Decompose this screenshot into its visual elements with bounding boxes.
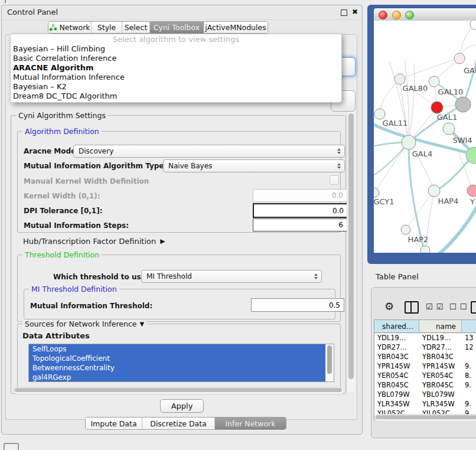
deselect-all-columns-icon[interactable]: ☐ ☐ <box>449 302 467 311</box>
tab-jactivemnodules[interactable]: jActiveMNodules <box>204 22 268 33</box>
select-all-columns-icon[interactable]: ☑ ☑ <box>426 302 444 311</box>
split-columns-icon[interactable] <box>405 301 419 314</box>
node-gal7[interactable] <box>454 53 465 64</box>
table-row[interactable]: YPR145W YPR145W 9. <box>374 361 476 371</box>
stepper-icon <box>314 273 318 279</box>
node-hap2[interactable] <box>401 225 410 234</box>
tab-discretize-data[interactable]: Discretize Data <box>142 418 215 429</box>
network-graph: GAL GAL80 GAL10 GAL1 GAL11 SWI4 GAL4 GCY… <box>374 21 476 253</box>
node-gal11[interactable] <box>374 109 385 119</box>
list-item[interactable]: SelfLoops <box>29 344 329 354</box>
corner-widget-fragment <box>4 443 19 450</box>
edge-fragment <box>5 0 6 3</box>
column-header-partial[interactable] <box>462 320 476 333</box>
aracne-mode-combo[interactable]: Discovery <box>73 145 345 158</box>
dpi-tolerance-input[interactable]: 0.0 <box>253 203 348 218</box>
node-hap4[interactable] <box>428 185 440 197</box>
dropdown-item-selected[interactable]: ARACNE Algorithm <box>11 63 341 73</box>
node-swi4[interactable] <box>443 123 455 135</box>
sources-group: Sources for Network Inference ▼ Data Att… <box>17 324 341 393</box>
table-panel-title: Table Panel <box>376 272 419 281</box>
dropdown-item[interactable]: Mutual Information Inference <box>11 73 341 82</box>
list-scrollbar[interactable] <box>325 344 334 381</box>
node-gcy1[interactable] <box>374 188 379 197</box>
node-unlabeled[interactable] <box>470 21 476 30</box>
column-header-shared-name[interactable]: shared… <box>374 320 419 333</box>
threshold-definition-group: Threshold Definition Which threshold to … <box>17 255 341 322</box>
tab-network[interactable]: Network <box>48 22 92 33</box>
minimize-traffic-light[interactable] <box>392 11 401 19</box>
scrollbar-thumb[interactable] <box>327 345 332 374</box>
tab-label: Network <box>59 23 90 32</box>
bottom-tabbar: Impute Data Discretize Data Infer Networ… <box>85 417 286 430</box>
column-header-name[interactable]: name <box>419 320 462 333</box>
tab-style[interactable]: Style <box>92 22 122 33</box>
table-hscrollbar[interactable] <box>374 414 476 420</box>
close-icon[interactable]: ✖ <box>352 8 358 16</box>
node-label: SWI4 <box>452 136 472 145</box>
tab-impute-data[interactable]: Impute Data <box>86 418 142 429</box>
dropdown-item[interactable]: Bayesian – K2 <box>11 82 341 92</box>
node-label: GAL11 <box>383 119 408 128</box>
node-label: GAL10 <box>438 87 464 96</box>
scrollbar-thumb[interactable] <box>348 113 354 379</box>
sources-expander[interactable]: Sources for Network Inference ▼ <box>22 319 146 328</box>
apply-button[interactable]: Apply <box>160 399 204 413</box>
node-gal4[interactable] <box>402 135 416 149</box>
node-label: GAL1 <box>437 113 457 122</box>
table-row[interactable]: YLR345W YLR345W 9. <box>374 399 476 409</box>
scrollbar-thumb[interactable] <box>15 388 342 392</box>
zoom-traffic-light[interactable] <box>405 11 414 19</box>
algorithm-definition-title: Algorithm Definition <box>22 127 102 136</box>
node-gal10[interactable] <box>429 76 439 87</box>
kernel-width-label: Kernel Width (0,1): <box>24 192 100 200</box>
which-threshold-combo[interactable]: MI Threshold <box>141 270 322 283</box>
mi-type-label: Mutual Information Algorithm Type: <box>24 162 167 170</box>
dropdown-item[interactable]: Bayesian – Hill Climbing <box>11 44 341 54</box>
document-icon[interactable] <box>471 301 476 314</box>
settings-vscrollbar[interactable] <box>347 112 355 392</box>
control-panel-titlebar: Control Panel ✖ <box>2 5 362 20</box>
node-label: GAL80 <box>403 84 428 93</box>
table-row[interactable]: YER054C YER054C 8. <box>374 371 476 380</box>
tab-infer-network[interactable]: Infer Network <box>215 418 286 429</box>
node-gal80[interactable] <box>395 74 405 84</box>
node-labels: GAL GAL80 GAL10 GAL1 GAL11 SWI4 GAL4 GCY… <box>374 66 476 244</box>
node-unlabeled[interactable] <box>420 246 430 253</box>
network-window-titlebar[interactable] <box>374 8 476 21</box>
tab-select[interactable]: Select <box>122 22 150 33</box>
dropdown-item[interactable]: Basic Correlation Inference <box>11 54 341 63</box>
float-window-icon[interactable] <box>341 9 347 16</box>
kernel-width-input[interactable]: 0.0 <box>253 189 347 202</box>
network-canvas[interactable]: GAL GAL80 GAL10 GAL1 GAL11 SWI4 GAL4 GCY… <box>374 21 476 253</box>
algorithm-definition-group: Algorithm Definition Aracne Mode: Discov… <box>17 131 341 233</box>
expanded-arrow-icon: ▼ <box>139 321 144 327</box>
dropdown-item[interactable]: Dream8 DC_TDC Algorithm <box>11 92 341 101</box>
data-attributes-list: SelfLoops TopologicalCoefficient Between… <box>28 344 334 382</box>
threshold-definition-title: Threshold Definition <box>22 250 102 259</box>
list-item[interactable]: gal4RGexp <box>29 373 329 382</box>
dpi-tolerance-label: DPI Tolerance [0,1]: <box>24 207 103 215</box>
table-row[interactable]: YDR27… YDR27… 12 <box>374 343 476 352</box>
table-row[interactable]: YBR043C YBR043C <box>374 352 476 361</box>
list-item[interactable]: BetweennessCentrality <box>29 363 329 373</box>
list-item[interactable]: TopologicalCoefficient <box>29 354 329 363</box>
mi-threshold-input[interactable]: 0.5 <box>251 298 344 312</box>
mi-type-combo[interactable]: Naive Bayes <box>163 159 345 172</box>
stepper-icon <box>337 148 341 154</box>
table-row[interactable]: YBL079W YBL079W <box>374 390 476 399</box>
node-gal1-selected[interactable] <box>431 102 443 113</box>
settings-hscrollbar[interactable] <box>14 387 344 394</box>
node-gray[interactable] <box>455 97 471 112</box>
mi-steps-input[interactable]: 6 <box>253 219 347 231</box>
close-traffic-light[interactable] <box>379 11 387 19</box>
gear-icon[interactable]: ⚙ <box>384 301 394 312</box>
table-row[interactable]: YDL19… YDL19… 13 <box>374 333 476 343</box>
table-row[interactable]: YBR045C YBR045C 9. <box>374 380 476 390</box>
hub-definition-expander[interactable]: Hub/Transcription Factor Definition ▶ <box>23 237 165 246</box>
tab-cyni-toolbox[interactable]: Cyni Toolbox <box>150 22 204 33</box>
manual-kernel-checkbox[interactable] <box>330 175 339 185</box>
node-pink[interactable] <box>467 185 476 197</box>
node-label: HAP2 <box>408 235 429 244</box>
scrollbar-thumb[interactable] <box>376 415 476 419</box>
